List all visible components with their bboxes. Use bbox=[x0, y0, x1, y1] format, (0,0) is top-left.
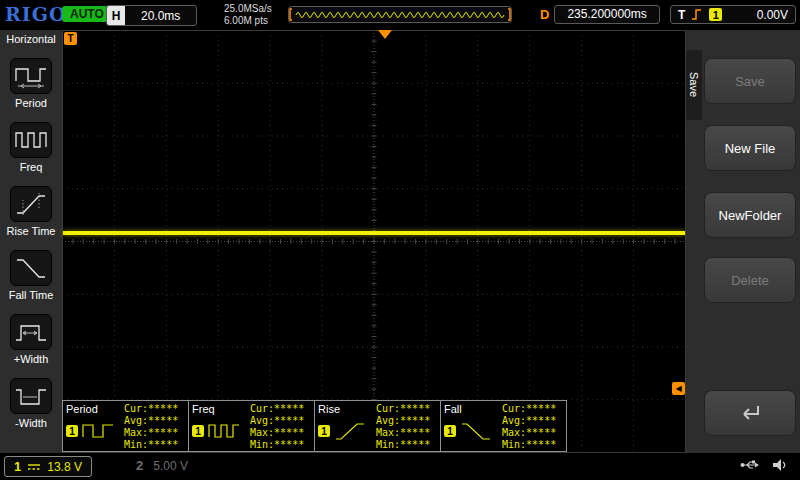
delay-value: 235.200000ms bbox=[554, 5, 659, 24]
usb-icon bbox=[740, 459, 760, 471]
channel-badge: 1 bbox=[66, 425, 78, 437]
measurement-max: Max:***** bbox=[376, 427, 437, 439]
channel2-scale: 5.00 V bbox=[153, 459, 188, 473]
measurement-min: Min:***** bbox=[124, 439, 185, 451]
measurement-name: Rise bbox=[318, 403, 376, 415]
delay-readout: D 235.200000ms bbox=[540, 5, 660, 24]
measurement-avg: Avg:***** bbox=[250, 415, 311, 427]
save-button[interactable]: Save bbox=[704, 58, 796, 104]
measurement-cur: Cur:***** bbox=[250, 403, 311, 415]
trigger-source-badge: 1 bbox=[709, 8, 722, 21]
measurement-max: Max:***** bbox=[502, 427, 563, 439]
save-menu-tab[interactable]: Save bbox=[686, 50, 702, 120]
measurement-name: Period bbox=[66, 403, 124, 415]
measurement-cur: Cur:***** bbox=[502, 403, 563, 415]
measurement-rise: Rise 1 Cur:***** Avg:***** Max:***** Min… bbox=[314, 400, 441, 452]
trigger-slope-icon bbox=[691, 8, 703, 21]
trigger-label: T bbox=[678, 8, 685, 22]
channel1-scale: 13.8 V bbox=[47, 460, 82, 474]
measure-menu-title: Horizontal bbox=[0, 30, 62, 45]
period-icon bbox=[10, 58, 52, 94]
channel2-badge: 2 bbox=[136, 458, 143, 473]
menu-item-plus-width[interactable]: +Width bbox=[0, 314, 62, 365]
measurement-cur: Cur:***** bbox=[376, 403, 437, 415]
channel2-status[interactable]: 2 5.00 V bbox=[136, 456, 188, 475]
channel-badge: 1 bbox=[318, 425, 330, 437]
measurement-panel: Period 1 Cur:***** Avg:***** Max:***** M… bbox=[62, 400, 567, 452]
measurement-avg: Avg:***** bbox=[502, 415, 563, 427]
graticule-grid bbox=[62, 30, 686, 453]
minus-width-icon bbox=[10, 378, 52, 414]
trigger-level-value: 0.00V bbox=[757, 8, 788, 22]
measurement-name: Fall bbox=[444, 403, 502, 415]
period-icon bbox=[81, 420, 115, 442]
menu-item-rise-time[interactable]: Rise Time bbox=[0, 186, 62, 237]
freq-icon bbox=[10, 122, 52, 158]
measurement-max: Max:***** bbox=[250, 427, 311, 439]
system-tray bbox=[740, 458, 788, 472]
new-folder-button[interactable]: NewFolder bbox=[704, 192, 796, 238]
channel1-badge: 1 bbox=[14, 459, 21, 474]
trigger-readout: T 1 0.00V bbox=[670, 5, 796, 24]
trigger-position-marker bbox=[378, 30, 392, 39]
graticule: T ◀ bbox=[62, 30, 686, 453]
measurement-period: Period 1 Cur:***** Avg:***** Max:***** M… bbox=[62, 400, 189, 452]
memory-preview-icon bbox=[288, 6, 512, 23]
channel1-trace bbox=[63, 231, 685, 235]
measurement-min: Min:***** bbox=[502, 439, 563, 451]
measurement-max: Max:***** bbox=[124, 427, 185, 439]
delete-button[interactable]: Delete bbox=[704, 257, 796, 303]
measure-menu-sidebar: Horizontal Period Freq Rise Time bbox=[0, 30, 62, 453]
rise-time-icon bbox=[10, 186, 52, 222]
sample-rate: 25.0MSa/s bbox=[224, 3, 272, 15]
measurement-cur: Cur:***** bbox=[124, 403, 185, 415]
channel1-status[interactable]: 1 13.8 V bbox=[4, 456, 92, 477]
measurement-avg: Avg:***** bbox=[376, 415, 437, 427]
acquisition-readout: 25.0MSa/s 6.00M pts bbox=[224, 3, 272, 27]
memory-depth: 6.00M pts bbox=[224, 15, 272, 27]
waveform-memory-preview bbox=[288, 6, 512, 27]
measurement-avg: Avg:***** bbox=[124, 415, 185, 427]
measurement-min: Min:***** bbox=[250, 439, 311, 451]
dc-coupling-icon bbox=[27, 462, 41, 472]
rise-icon bbox=[333, 420, 367, 442]
fall-icon bbox=[459, 420, 493, 442]
delay-label: D bbox=[540, 7, 549, 22]
timebase-value: 20.0ms bbox=[125, 9, 196, 23]
top-status-bar: RIGOL AUTO H 20.0ms 25.0MSa/s 6.00M pts … bbox=[0, 0, 800, 30]
save-menu-sidebar: Save Save New File NewFolder Delete bbox=[686, 30, 800, 453]
measurement-name: Freq bbox=[192, 403, 250, 415]
freq-icon bbox=[207, 420, 241, 442]
horizontal-label: H bbox=[107, 6, 125, 25]
speaker-icon bbox=[772, 458, 788, 472]
fall-time-icon bbox=[10, 250, 52, 286]
enter-button[interactable] bbox=[704, 390, 796, 436]
menu-item-period[interactable]: Period bbox=[0, 58, 62, 109]
measurement-fall: Fall 1 Cur:***** Avg:***** Max:***** Min… bbox=[440, 400, 567, 452]
menu-item-fall-time[interactable]: Fall Time bbox=[0, 250, 62, 301]
horizontal-reference-marker: T bbox=[64, 32, 77, 45]
menu-item-freq[interactable]: Freq bbox=[0, 122, 62, 173]
trigger-level-marker: ◀ bbox=[672, 382, 685, 395]
channel-badge: 1 bbox=[444, 425, 456, 437]
horizontal-scale-readout: H 20.0ms bbox=[106, 5, 197, 26]
run-status-badge: AUTO bbox=[62, 6, 112, 22]
menu-item-minus-width[interactable]: -Width bbox=[0, 378, 62, 429]
return-arrow-icon bbox=[737, 403, 763, 423]
plus-width-icon bbox=[10, 314, 52, 350]
measurement-freq: Freq 1 Cur:***** Avg:***** Max:***** Min… bbox=[188, 400, 315, 452]
channel-badge: 1 bbox=[192, 425, 204, 437]
channel-status-bar: 1 13.8 V 2 5.00 V bbox=[0, 453, 800, 480]
new-file-button[interactable]: New File bbox=[704, 125, 796, 171]
measurement-min: Min:***** bbox=[376, 439, 437, 451]
